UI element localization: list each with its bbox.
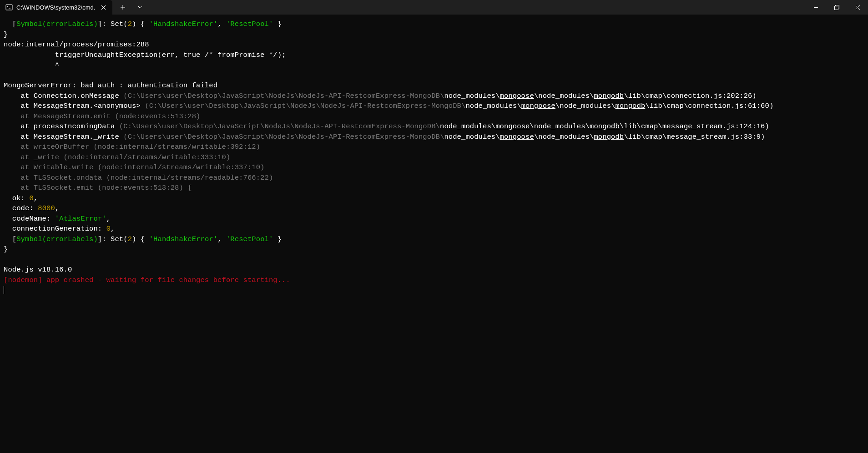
stack-line: triggerUncaughtException(err, true /* fr…	[4, 51, 286, 59]
stack-line-dim: at Writable.write (node:internal/streams…	[4, 163, 265, 171]
path: (C:\Users\user\Desktop\JavaScript\NodeJs…	[123, 92, 444, 100]
comma: ,	[55, 204, 59, 212]
tab-close-button[interactable]	[99, 3, 108, 12]
maximize-button[interactable]	[826, 5, 847, 10]
number: 2	[128, 235, 132, 243]
path-bold: \lib\cmap\connection.js:61:60)	[645, 102, 773, 110]
prop-key: codeName:	[4, 215, 55, 223]
text: ]: Set(	[98, 235, 128, 243]
path-bold: \node_modules\	[555, 102, 616, 110]
stack-line-dim: at _write (node:internal/streams/writabl…	[4, 153, 230, 161]
svg-rect-0	[6, 5, 12, 10]
number: 0	[106, 225, 111, 233]
number: 0	[29, 194, 33, 202]
cursor	[4, 286, 4, 294]
comma: ,	[106, 215, 111, 223]
text: ]: Set(	[98, 20, 128, 28]
brace: [	[4, 20, 16, 28]
path: (C:\Users\user\Desktop\JavaScript\NodeJs…	[123, 133, 444, 141]
stack-line-dim: at TLSSocket.ondata (node:internal/strea…	[4, 174, 273, 182]
brace: [	[4, 235, 16, 243]
path-bold: \node_modules\	[534, 133, 594, 141]
symbol-label: Symbol(errorLabels)	[16, 235, 98, 243]
brace: }	[4, 245, 8, 253]
stack-at: at Connection.onMessage	[4, 92, 123, 100]
text: }	[273, 235, 282, 243]
window-controls	[805, 5, 868, 10]
string: 'ResetPool'	[226, 235, 273, 243]
path-bold: \node_modules\	[530, 122, 590, 131]
nodemon-crash: [nodemon] app crashed - waiting for file…	[4, 276, 290, 284]
path-link: mongodb	[615, 102, 645, 110]
close-button[interactable]	[847, 5, 868, 10]
node-version: Node.js v18.16.0	[4, 266, 72, 274]
path-link: mongoose	[500, 92, 534, 100]
tabstrip	[112, 0, 868, 15]
path: (C:\Users\user\Desktop\JavaScript\NodeJs…	[145, 102, 465, 110]
new-tab-button[interactable]	[115, 1, 131, 14]
path-bold: \lib\cmap\message_stream.js:124:16)	[620, 122, 769, 131]
stack-at: at processIncomingData	[4, 122, 119, 131]
tab-title: C:\WINDOWS\system32\cmd.	[16, 4, 95, 11]
prop-key: code:	[4, 204, 38, 212]
path-link: mongodb	[594, 92, 624, 100]
path-link: mongoose	[521, 102, 555, 110]
string: 'HandshakeError'	[149, 235, 217, 243]
stack-line-dim: at TLSSocket.emit (node:events:513:28) {	[4, 184, 192, 192]
path-bold: node_modules\	[440, 122, 495, 131]
path-link: mongodb	[594, 133, 624, 141]
path: (C:\Users\user\Desktop\JavaScript\NodeJs…	[119, 122, 440, 131]
window-titlebar: C:\WINDOWS\system32\cmd.	[0, 0, 868, 15]
string: 'HandshakeError'	[149, 20, 217, 28]
string: 'ResetPool'	[226, 20, 273, 28]
tab-dropdown-button[interactable]	[132, 1, 148, 14]
terminal-output[interactable]: [Symbol(errorLabels)]: Set(2) { 'Handsha…	[0, 15, 868, 297]
path-bold: node_modules\	[444, 133, 500, 141]
prop-key: connectionGeneration:	[4, 225, 106, 233]
path-bold: node_modules\	[444, 92, 500, 100]
text: }	[273, 20, 282, 28]
error-heading: MongoServerError: bad auth : authenticat…	[4, 81, 217, 90]
number: 8000	[38, 204, 55, 212]
stack-line-dim: at MessageStream.emit (node:events:513:2…	[4, 112, 200, 121]
brace: }	[4, 30, 8, 39]
symbol-label: Symbol(errorLabels)	[16, 20, 98, 28]
stack-at: at MessageStream._write	[4, 133, 123, 141]
stack-at: at MessageStream.<anonymous>	[4, 102, 145, 110]
comma: ,	[111, 225, 115, 233]
prop-key: ok:	[4, 194, 29, 202]
text: ) {	[132, 20, 149, 28]
text: ) {	[132, 235, 149, 243]
path-bold: \lib\cmap\connection.js:202:26)	[624, 92, 756, 100]
terminal-tab[interactable]: C:\WINDOWS\system32\cmd.	[0, 0, 112, 15]
text: ,	[217, 235, 226, 243]
cmd-icon	[5, 4, 13, 11]
svg-rect-2	[834, 6, 838, 10]
path-bold: \node_modules\	[534, 92, 594, 100]
path-bold: node_modules\	[465, 102, 521, 110]
minimize-button[interactable]	[805, 5, 826, 10]
path-link: mongodb	[590, 122, 620, 131]
path-bold: \lib\cmap\message_stream.js:33:9)	[624, 133, 765, 141]
path-link: mongoose	[495, 122, 530, 131]
string: 'AtlasError'	[55, 215, 106, 223]
stack-line: ^	[4, 61, 59, 69]
path-link: mongoose	[500, 133, 534, 141]
number: 2	[128, 20, 132, 28]
stack-line: node:internal/process/promises:288	[4, 40, 149, 49]
stack-line-dim: at writeOrBuffer (node:internal/streams/…	[4, 143, 260, 151]
comma: ,	[34, 194, 38, 202]
text: ,	[217, 20, 226, 28]
